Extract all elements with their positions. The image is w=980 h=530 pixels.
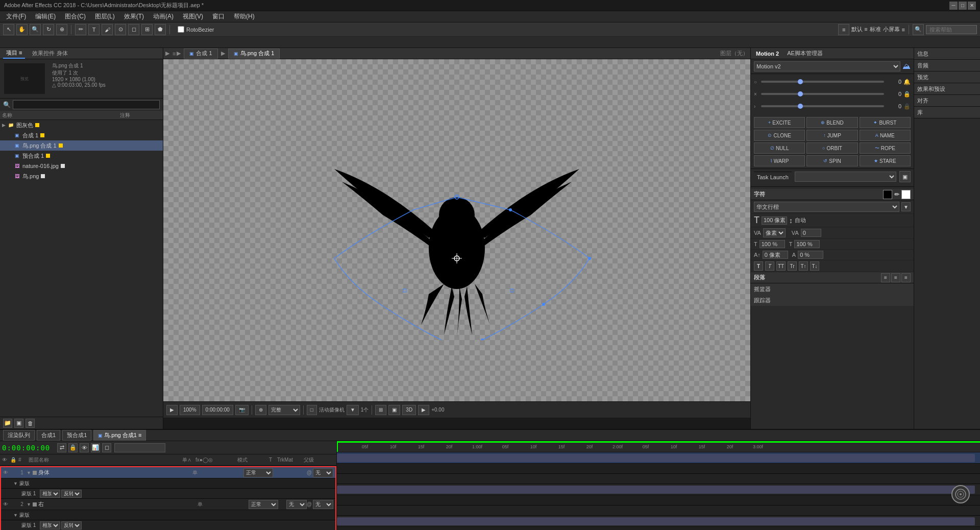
- tl-graph-btn[interactable]: 📊: [91, 443, 100, 452]
- layer-2-mask-group[interactable]: ▼ 蒙版: [1, 510, 335, 520]
- tab-bird-tl[interactable]: ▣ 鸟.png 合成1 ≡: [93, 430, 146, 441]
- lock-icon-1[interactable]: 🔔: [903, 79, 911, 85]
- layer-1-shenti[interactable]: 👁 1 ▼ 身体 单 正常 @ 无: [1, 467, 335, 478]
- workspace-sync[interactable]: ≡: [838, 24, 849, 35]
- vc-render[interactable]: ▶: [418, 405, 429, 415]
- layer-2-mask1-reverse-select[interactable]: 反转: [61, 521, 82, 529]
- layer-1-mask-group[interactable]: ▼ 蒙版: [1, 478, 335, 489]
- tool-puppet[interactable]: ⊞: [141, 24, 153, 35]
- tool-clone[interactable]: ⊙: [115, 24, 126, 35]
- orbit-btn[interactable]: ○ ORBIT: [806, 142, 857, 154]
- char-color-secondary[interactable]: [901, 190, 911, 199]
- tl-lock-btn[interactable]: 🔒: [68, 443, 78, 452]
- char-tracking-input[interactable]: [801, 229, 821, 237]
- char-super-btn[interactable]: T↑: [799, 261, 808, 271]
- minimize-button[interactable]: ─: [949, 2, 958, 10]
- char-italic-btn[interactable]: T: [765, 261, 774, 271]
- item-precomp[interactable]: ▣ 预合成 1: [0, 151, 163, 161]
- vc-zoom[interactable]: 100%: [180, 405, 200, 415]
- blend-btn[interactable]: ⊕ BLEND: [806, 117, 857, 128]
- new-folder-btn[interactable]: 📁: [3, 419, 12, 428]
- search-button[interactable]: 🔍: [913, 24, 924, 35]
- char-bold-btn[interactable]: T: [754, 261, 763, 271]
- burst-btn[interactable]: ✦ BURST: [860, 117, 911, 128]
- ae-scripts-tab[interactable]: AE脚本管理器: [785, 49, 825, 58]
- layer-2-mode-select[interactable]: 正常: [249, 500, 278, 509]
- menu-layer[interactable]: 图层(L): [91, 11, 119, 22]
- lock-icon-2[interactable]: 🔒: [903, 91, 911, 98]
- shake-section[interactable]: 摇篮器: [751, 283, 914, 295]
- mask1-reverse-select[interactable]: 反转: [61, 490, 82, 498]
- layer-2-right[interactable]: 👁 2 ▼ 右 单 正常 无 @ 无: [1, 499, 335, 510]
- tool-brush[interactable]: 🖌: [102, 24, 113, 35]
- mask1-mode-select[interactable]: 相加: [40, 490, 60, 498]
- char-baseline-input[interactable]: [763, 251, 788, 259]
- item-nature-jpg[interactable]: 🖼 nature-016.jpg: [0, 161, 163, 171]
- tool-select[interactable]: ↖: [3, 24, 14, 35]
- tl-playhead[interactable]: [337, 441, 338, 452]
- tool-eraser[interactable]: ◻: [128, 24, 139, 35]
- layer-2-mask1-mode-select[interactable]: 相加: [40, 521, 60, 529]
- ws-standard[interactable]: 标准: [870, 26, 881, 33]
- char-pen-icon[interactable]: ✏: [894, 191, 899, 198]
- jump-btn[interactable]: ↑ JUMP: [806, 130, 857, 141]
- name-btn[interactable]: A NAME: [860, 130, 911, 141]
- item-comp1[interactable]: ▣ 合成 1: [0, 130, 163, 140]
- new-comp-btn[interactable]: ▣: [14, 419, 23, 428]
- ws-more[interactable]: ≡: [902, 27, 905, 33]
- layer-2-eye[interactable]: 👁: [3, 501, 10, 507]
- tool-hand[interactable]: ✋: [16, 24, 28, 35]
- lock-icon-3[interactable]: 🔒: [903, 103, 911, 110]
- vc-3d[interactable]: 3D: [402, 405, 416, 415]
- ws-small[interactable]: 小屏幕: [883, 26, 900, 33]
- audio-header[interactable]: 音频: [914, 60, 980, 71]
- para-align-right[interactable]: ≡: [901, 273, 911, 282]
- slider-3[interactable]: [761, 105, 884, 107]
- preview-header[interactable]: 预览: [914, 71, 980, 83]
- tool-text[interactable]: T: [88, 24, 100, 35]
- vc-quality-select[interactable]: 完整 二分之一: [268, 405, 300, 415]
- layer-2-arrow[interactable]: ▼: [27, 502, 33, 507]
- tl-search-input[interactable]: [114, 443, 165, 452]
- align-header[interactable]: 对齐: [914, 95, 980, 106]
- project-search-input[interactable]: [13, 100, 160, 109]
- vc-fast-preview[interactable]: □: [307, 405, 317, 415]
- slider-2[interactable]: [761, 93, 884, 95]
- motion-version-select[interactable]: Motion v2: [754, 61, 900, 71]
- layer-1-parent-select[interactable]: 无: [313, 468, 333, 477]
- motion-tab[interactable]: Motion 2: [754, 50, 781, 58]
- tool-zoom[interactable]: 🔍: [30, 24, 41, 35]
- null-btn[interactable]: ∅ NULL: [754, 142, 805, 154]
- vc-safe[interactable]: ▣: [388, 405, 400, 415]
- vc-channels[interactable]: ⊕: [255, 405, 266, 415]
- layer-2-parent-select[interactable]: 无: [313, 500, 333, 509]
- char-font-select[interactable]: 华文行楷: [754, 202, 899, 212]
- close-button[interactable]: ✕: [968, 2, 976, 10]
- tool-camera-rotate[interactable]: ↻: [43, 24, 54, 35]
- para-align-center[interactable]: ≡: [891, 273, 900, 282]
- tab-render-queue[interactable]: 渲染队列: [3, 430, 35, 441]
- layer-1-eye[interactable]: 👁: [3, 470, 10, 475]
- item-comp-bird[interactable]: ▣ 鸟.png 合成 1: [0, 140, 163, 151]
- warp-btn[interactable]: ⌇ WARP: [754, 155, 805, 166]
- tl-visibility-btn[interactable]: 👁: [80, 443, 89, 452]
- layer-2-mask-arrow[interactable]: ▼: [13, 513, 19, 518]
- effects-header[interactable]: 效果和预设: [914, 83, 980, 94]
- char-font-style-btn[interactable]: ▼: [901, 202, 911, 211]
- vc-camera-dropdown[interactable]: ▼: [347, 405, 359, 415]
- tab-comp-bird[interactable]: ▣ 鸟.png 合成 1: [228, 49, 280, 59]
- tool-shape[interactable]: ⬟: [155, 24, 166, 35]
- tl-transfer-btn[interactable]: ⇄: [57, 443, 66, 452]
- char-sub-btn[interactable]: T↓: [810, 261, 819, 271]
- layer-1-mask1[interactable]: 蒙版 1 相加 反转: [1, 489, 335, 499]
- maximize-button[interactable]: □: [959, 2, 967, 10]
- delete-item-btn[interactable]: 🗑: [26, 419, 35, 428]
- layer-2-mask1[interactable]: 蒙版 1 相加 反转: [1, 520, 335, 530]
- char-size-input[interactable]: [762, 216, 787, 225]
- char-tsume-input[interactable]: [798, 251, 823, 259]
- vc-play[interactable]: ▶: [166, 405, 178, 415]
- tl-mask-btn[interactable]: ◻: [102, 443, 111, 452]
- char-scale-h-input[interactable]: [760, 240, 785, 248]
- tracker-section[interactable]: 跟踪器: [751, 295, 914, 306]
- layer-2-trkmat-select[interactable]: 无: [286, 500, 307, 509]
